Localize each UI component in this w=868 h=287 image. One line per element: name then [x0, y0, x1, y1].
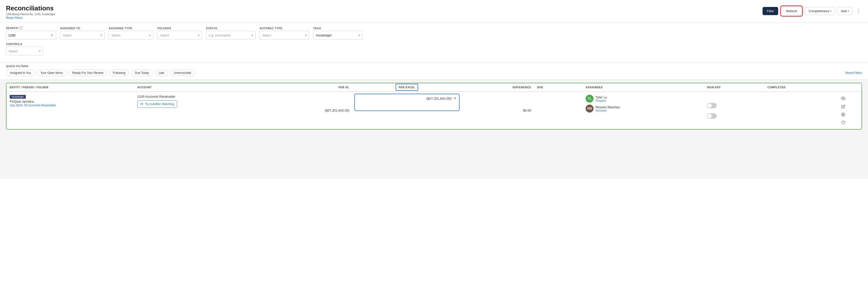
filters-row-2: CONTROLS Select ▾ [6, 43, 862, 56]
refresh-button[interactable]: Refresh [782, 7, 802, 15]
controls-value: Select [9, 49, 18, 53]
assignee-type-group: ASSIGNEE TYPE Select ▾ [109, 27, 153, 40]
assigned-to-select[interactable]: Select ▾ [60, 31, 105, 40]
status-select[interactable]: e.g. Incomplete ▾ [206, 31, 256, 40]
assignee-role-preparer: Preparer [595, 99, 607, 102]
account-cell: 1100 Accounts Receivable ⟳ Try AutoRec M… [134, 92, 268, 129]
signoff-toggle-reviewer[interactable] [707, 113, 717, 119]
folders-value: Select [160, 33, 169, 37]
autorec-type-value: Select [262, 33, 271, 37]
col-header-difference: DIFFERENCE [462, 83, 534, 92]
perexcel-cell: ($27,201,642.05)* ⬇ [352, 92, 462, 129]
search-label: SEARCH i [6, 26, 56, 30]
perexcel-header-highlight: PER EXCEL [396, 84, 418, 91]
perexcel-inner: ($27,201,642.05)* ⬇ [354, 94, 460, 111]
col-header-due: DUE [534, 83, 583, 92]
folders-label: FOLDERS [157, 27, 202, 30]
status-group: STATUS e.g. Incomplete ▾ [206, 27, 256, 40]
reconciliations-table: ENTITY / PERIOD / FOLDER ACCOUNT PER GL … [6, 83, 862, 129]
completeness-dropdown[interactable]: Completeness ▾ [805, 7, 835, 15]
tags-value: #subledger [316, 33, 332, 37]
search-group: SEARCH i ✕ [6, 26, 56, 40]
edit-icon[interactable] [841, 104, 846, 110]
eye-icon[interactable] [840, 96, 846, 102]
pergl-value: ($27,201,642.05) [271, 109, 349, 112]
quick-filter-ready-for-review[interactable]: Ready For Your Review [68, 70, 107, 76]
signoff-cell [704, 92, 764, 129]
title-section: Reconciliations 1/89 Being Filtered By: … [6, 4, 55, 20]
avatar-rm: RM [586, 105, 594, 112]
reset-filters-right[interactable]: Reset Filters [845, 71, 862, 75]
filter-info: 1/89 Being Filtered By: 1100, #subledger [6, 13, 55, 15]
tags-group: TAGS #subledger ▾ [313, 27, 363, 40]
assigned-to-label: ASSIGNED TO [60, 27, 105, 30]
assignee-role-reviewer: Reviewer [595, 109, 620, 112]
svg-point-1 [843, 114, 844, 115]
signoff-toggle-preparer[interactable] [707, 103, 717, 108]
assignee-type-label: ASSIGNEE TYPE [109, 27, 153, 30]
autorec-type-select[interactable]: Select ▾ [259, 31, 309, 40]
autorec-type-group: AUTOREC TYPE Select ▾ [259, 27, 309, 40]
add-chevron-icon: ▾ [848, 10, 849, 12]
row-actions [828, 95, 858, 126]
assignee-name-preparer: Tyler Lu [595, 96, 607, 99]
entity-name: FloQast Jamaica [10, 100, 131, 103]
quick-filters-buttons: Assigned to You Your Open Items Ready Fo… [6, 70, 195, 76]
add-dropdown[interactable]: Add ▾ [837, 7, 852, 15]
col-header-signoff: SIGN-OFF [704, 83, 764, 92]
assignee-name-reviewer: Ricardo Martinez [595, 105, 620, 109]
quick-filter-following[interactable]: Following [109, 70, 129, 76]
search-clear-icon[interactable]: ✕ [50, 33, 54, 38]
assignee-item-preparer: TL Tyler Lu Preparer [586, 95, 701, 103]
quick-filter-due-today[interactable]: Due Today [131, 70, 153, 76]
refresh-btn-wrapper: Refresh [780, 5, 803, 16]
due-cell [534, 92, 583, 129]
reset-filters-link[interactable]: Reset Filters [6, 16, 23, 20]
quick-filters-row: Assigned to You Your Open Items Ready Fo… [6, 70, 862, 76]
filter-button[interactable]: Filter [763, 7, 778, 15]
search-info-icon[interactable]: i [19, 26, 23, 30]
col-header-pergl: PER GL [268, 83, 352, 92]
col-header-completed: COMPLETED [765, 83, 825, 92]
assignee-type-select[interactable]: Select ▾ [109, 31, 153, 40]
assignee-info-reviewer: Ricardo Martinez Reviewer [595, 105, 620, 112]
difference-cell: $0.00 [462, 92, 534, 129]
search-input-wrapper: ✕ [6, 31, 56, 40]
autorec-btn-label: Try AutoRec Matching [145, 102, 174, 106]
assignee-info-preparer: Tyler Lu Preparer [595, 96, 607, 102]
tags-select[interactable]: #subledger ▾ [313, 31, 363, 40]
autorec-type-label: AUTOREC TYPE [259, 27, 309, 30]
col-header-perexcel: PER EXCEL [352, 83, 462, 92]
entity-period-link[interactable]: July 2024: 03 Accounts Receivable [10, 104, 56, 107]
more-options-button[interactable]: ⋮ [855, 7, 862, 15]
tags-label: TAGS [313, 27, 363, 30]
gear-icon[interactable] [841, 112, 846, 118]
page-title: Reconciliations [6, 4, 55, 12]
header-actions: Filter Refresh Completeness ▾ Add ▾ ⋮ [763, 5, 862, 16]
svg-point-0 [843, 98, 844, 99]
autorec-icon: ⟳ [141, 102, 144, 106]
folders-chevron-icon: ▾ [198, 34, 199, 37]
assignees-cell: TL Tyler Lu Preparer RM Ricardo [583, 92, 704, 129]
autorec-refresh-icon[interactable] [841, 120, 846, 126]
download-icon[interactable]: ⬇ [454, 97, 456, 100]
autorec-btn[interactable]: ⟳ Try AutoRec Matching [137, 100, 178, 108]
quick-filter-assigned-to-you[interactable]: Assigned to You [6, 70, 35, 76]
entity-cell: #subledger FloQast Jamaica July 2024: 03… [7, 92, 134, 129]
quick-filters-label: QUICK FILTERS [6, 65, 862, 68]
tag-badge: #subledger [10, 95, 26, 99]
assigned-to-group: ASSIGNED TO Select ▾ [60, 27, 105, 40]
quick-filter-unreconciled[interactable]: Unreconciled [170, 70, 195, 76]
row-actions-cell [825, 92, 862, 129]
assigned-to-chevron-icon: ▾ [101, 34, 102, 37]
quick-filter-late[interactable]: Late [155, 70, 168, 76]
controls-select[interactable]: Select ▾ [6, 46, 43, 56]
quick-filter-your-open-items[interactable]: Your Open Items [37, 70, 66, 76]
folders-select[interactable]: Select ▾ [157, 31, 202, 40]
controls-chevron-icon: ▾ [39, 50, 40, 52]
account-name: 1100 Accounts Receivable [137, 95, 265, 98]
status-label: STATUS [206, 27, 256, 30]
quick-filters-section: QUICK FILTERS Assigned to You Your Open … [0, 63, 868, 80]
col-header-assignees: ASSIGNEES [583, 83, 704, 92]
search-input[interactable] [8, 33, 50, 37]
